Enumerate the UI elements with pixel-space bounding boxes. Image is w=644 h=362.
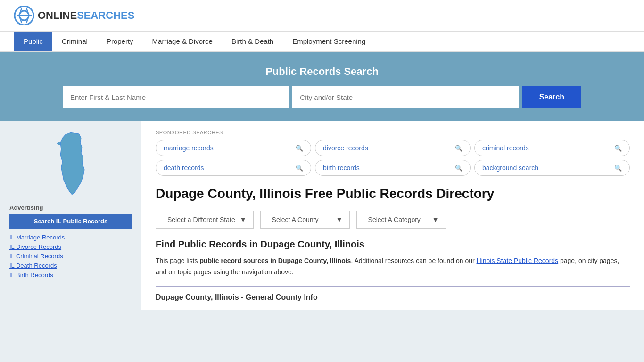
sidebar-link-birth[interactable]: IL Birth Records	[9, 272, 53, 279]
tag-label: death records	[164, 164, 204, 172]
logo-text: ONLINESEARCHES	[38, 9, 134, 22]
tag-label: birth records	[323, 164, 360, 172]
find-paragraph: This page lists public record sources in…	[156, 255, 630, 278]
name-input[interactable]	[63, 86, 289, 108]
nav-list: Public Criminal Property Marriage & Divo…	[0, 32, 644, 51]
state-map	[9, 131, 132, 197]
find-heading: Find Public Records in Dupage County, Il…	[156, 239, 630, 250]
sidebar-link-death[interactable]: IL Death Records	[9, 262, 57, 269]
illinois-map-icon	[45, 131, 97, 197]
search-icon: 🔍	[455, 145, 462, 152]
list-item: IL Divorce Records	[9, 243, 132, 250]
sidebar: Advertising Search IL Public Records IL …	[0, 121, 141, 310]
nav-item-marriage-divorce[interactable]: Marriage & Divorce	[143, 32, 222, 51]
list-item: IL Marriage Records	[9, 233, 132, 241]
tag-label: divorce records	[323, 144, 368, 152]
nav-item-public[interactable]: Public	[14, 32, 52, 51]
tag-marriage-records[interactable]: marriage records 🔍	[156, 140, 311, 156]
nav-item-criminal[interactable]: Criminal	[52, 32, 97, 51]
search-icon: 🔍	[296, 145, 303, 152]
tag-label: criminal records	[482, 144, 529, 152]
sidebar-link-divorce[interactable]: IL Divorce Records	[9, 243, 61, 250]
search-banner: Public Records Search Search	[0, 52, 644, 121]
search-tags: marriage records 🔍 divorce records 🔍 cri…	[156, 140, 630, 176]
sidebar-link-criminal[interactable]: IL Criminal Records	[9, 253, 63, 260]
dropdown-row: Select a Different State ▼ Select A Coun…	[156, 211, 630, 229]
site-header: ONLINESEARCHES	[0, 0, 644, 32]
page-title: Dupage County, Illinois Free Public Reco…	[156, 185, 630, 202]
sponsored-label: SPONSORED SEARCHES	[156, 130, 630, 135]
list-item: IL Birth Records	[9, 271, 132, 279]
search-icon: 🔍	[614, 165, 622, 172]
tag-label: marriage records	[164, 144, 214, 152]
logo: ONLINESEARCHES	[14, 6, 134, 25]
nav-item-birth-death[interactable]: Birth & Death	[222, 32, 283, 51]
sidebar-ad-button[interactable]: Search IL Public Records	[9, 214, 132, 229]
logo-icon	[14, 6, 34, 25]
main-area: Advertising Search IL Public Records IL …	[0, 121, 644, 310]
tag-background-search[interactable]: background search 🔍	[474, 160, 630, 176]
general-info-heading: Dupage County, Illinois - General County…	[156, 286, 630, 302]
sidebar-link-marriage[interactable]: IL Marriage Records	[9, 234, 65, 241]
find-link[interactable]: Illinois State Public Records	[477, 257, 559, 264]
search-icon: 🔍	[614, 145, 622, 152]
main-nav: Public Criminal Property Marriage & Divo…	[0, 32, 644, 52]
county-dropdown-label: Select A County	[272, 216, 319, 223]
search-icon: 🔍	[455, 165, 462, 172]
tag-label: background search	[482, 164, 538, 172]
nav-item-employment[interactable]: Employment Screening	[283, 32, 375, 51]
search-button[interactable]: Search	[522, 86, 581, 108]
nav-item-property[interactable]: Property	[97, 32, 143, 51]
category-dropdown-label: Select A Category	[368, 216, 421, 223]
category-dropdown[interactable]: Select A Category ▼	[356, 211, 446, 229]
location-input[interactable]	[292, 86, 518, 108]
tag-death-records[interactable]: death records 🔍	[156, 160, 311, 176]
tag-criminal-records[interactable]: criminal records 🔍	[474, 140, 630, 156]
sidebar-advertising-label: Advertising	[9, 204, 132, 211]
search-icon: 🔍	[296, 165, 303, 172]
search-row: Search	[63, 86, 581, 108]
list-item: IL Death Records	[9, 262, 132, 269]
chevron-down-icon: ▼	[432, 216, 439, 223]
sidebar-links: IL Marriage Records IL Divorce Records I…	[9, 233, 132, 279]
tag-birth-records[interactable]: birth records 🔍	[315, 160, 471, 176]
find-text-bold: public record sources in Dupage County, …	[199, 257, 351, 264]
state-dropdown-label: Select a Different State	[167, 216, 235, 223]
county-dropdown[interactable]: Select A County ▼	[260, 211, 350, 229]
list-item: IL Criminal Records	[9, 252, 132, 260]
chevron-down-icon: ▼	[336, 216, 343, 223]
search-banner-title: Public Records Search	[14, 66, 630, 78]
tag-divorce-records[interactable]: divorce records 🔍	[315, 140, 471, 156]
find-text-1: This page lists	[156, 257, 199, 264]
content-area: SPONSORED SEARCHES marriage records 🔍 di…	[141, 121, 644, 310]
find-text-2: . Additional resources can be found on o…	[351, 257, 476, 264]
state-dropdown[interactable]: Select a Different State ▼	[156, 211, 254, 229]
chevron-down-icon: ▼	[240, 216, 247, 223]
